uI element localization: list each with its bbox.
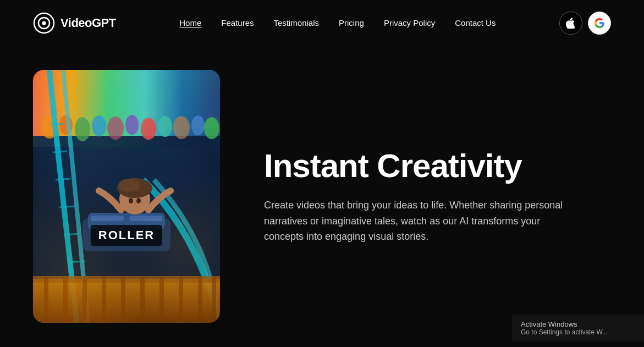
svg-point-12 (158, 116, 172, 137)
svg-line-21 (69, 261, 85, 262)
google-icon (594, 18, 605, 29)
svg-line-20 (64, 234, 80, 235)
svg-rect-40 (179, 276, 183, 323)
brand-name: VideoGPT (60, 16, 116, 30)
svg-rect-35 (82, 276, 87, 323)
nav-home[interactable]: Home (179, 18, 201, 27)
svg-rect-32 (33, 276, 220, 283)
svg-line-17 (53, 151, 67, 152)
svg-rect-37 (121, 276, 125, 323)
svg-rect-25 (129, 216, 162, 221)
nav-testimonials[interactable]: Testimonials (274, 18, 320, 27)
svg-point-15 (204, 117, 219, 139)
apple-icon (565, 18, 576, 29)
nav-features[interactable]: Features (221, 18, 254, 27)
svg-rect-39 (159, 276, 164, 323)
svg-rect-24 (91, 216, 124, 221)
apple-signin-button[interactable] (559, 12, 582, 35)
logo-icon (33, 12, 55, 34)
nav-pricing[interactable]: Pricing (339, 18, 364, 27)
svg-rect-41 (198, 276, 202, 323)
windows-activation-notice: Activate Windows Go to Settings to activ… (512, 315, 644, 342)
main-section: ROLLER Instant Creativity Create videos … (0, 46, 644, 347)
svg-point-2 (42, 21, 46, 25)
svg-point-28 (118, 179, 140, 192)
svg-rect-34 (63, 276, 68, 323)
nav-privacy-policy[interactable]: Privacy Policy (384, 18, 435, 27)
scene-svg (33, 70, 220, 323)
svg-point-10 (125, 115, 139, 135)
google-signin-button[interactable] (588, 12, 611, 35)
nav-contact-us[interactable]: Contact Us (455, 18, 496, 27)
svg-rect-33 (44, 276, 48, 323)
svg-point-14 (191, 115, 205, 135)
activation-title: Activate Windows (521, 320, 635, 328)
svg-point-11 (141, 118, 156, 140)
svg-point-30 (136, 198, 141, 203)
svg-point-29 (129, 198, 133, 203)
svg-line-18 (56, 179, 70, 180)
svg-point-13 (173, 116, 190, 139)
svg-point-7 (75, 117, 90, 141)
logo-area[interactable]: VideoGPT (33, 12, 116, 34)
svg-line-19 (59, 206, 75, 207)
hero-description: Create videos that bring your ideas to l… (264, 197, 572, 245)
svg-point-9 (107, 117, 124, 140)
hero-content: Instant Creativity Create videos that br… (264, 148, 583, 245)
activation-subtitle: Go to Settings to activate W... (521, 328, 635, 336)
header: VideoGPT Home Features Testimonials Pric… (0, 0, 644, 46)
svg-rect-36 (102, 276, 106, 323)
svg-rect-42 (212, 276, 216, 323)
video-card-label: ROLLER (91, 225, 162, 246)
video-card: ROLLER (33, 70, 220, 323)
svg-point-8 (92, 115, 106, 136)
svg-rect-38 (140, 276, 145, 323)
auth-buttons (559, 12, 611, 35)
hero-title: Instant Creativity (264, 148, 583, 184)
svg-line-16 (51, 124, 64, 125)
svg-rect-31 (33, 279, 220, 323)
main-nav: Home Features Testimonials Pricing Priva… (179, 18, 496, 27)
